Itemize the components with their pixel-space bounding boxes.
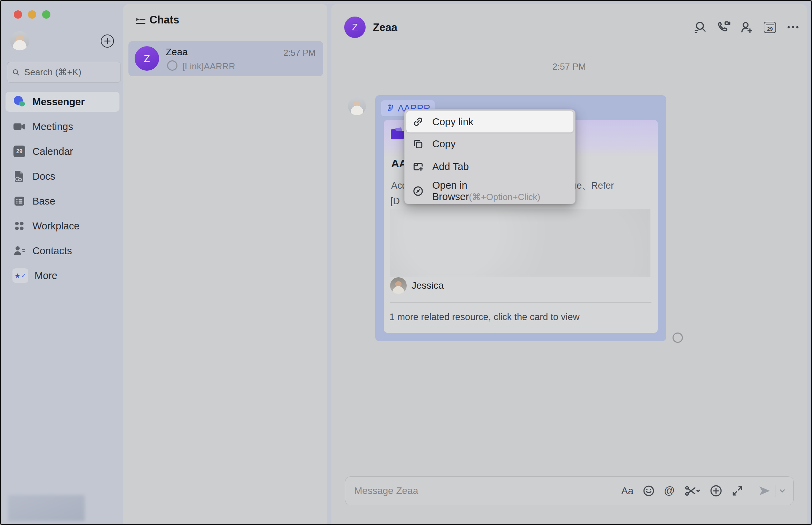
context-menu: Copy link Copy Add Tab Open in Browser(⌘… xyxy=(404,109,576,204)
menu-item-add-tab[interactable]: Add Tab xyxy=(405,155,575,178)
workplace-dots-icon xyxy=(12,219,26,233)
sidebar-item-contacts[interactable]: Contacts xyxy=(6,241,119,261)
emoji-icon[interactable] xyxy=(642,484,655,497)
messenger-icon xyxy=(12,95,26,109)
screenshot-icon[interactable] xyxy=(684,484,701,497)
search-icon xyxy=(12,68,20,77)
author-name: Jessica xyxy=(412,280,444,291)
sidebar-item-workplace[interactable]: Workplace xyxy=(6,216,119,236)
minimize-window-button[interactable] xyxy=(28,10,36,19)
chat-preview: [Link]AARRR xyxy=(182,61,235,72)
read-receipt-icon xyxy=(673,333,683,343)
blurred-label xyxy=(8,495,85,521)
video-call-icon[interactable] xyxy=(717,20,731,34)
card-footer: 1 more related resource, click the card … xyxy=(389,312,580,323)
more-options-icon[interactable] xyxy=(786,20,800,34)
sidebar-item-more[interactable]: ★ ✓ More xyxy=(6,266,119,286)
text-format-icon[interactable]: Aa xyxy=(621,485,634,497)
sidebar-item-label: Contacts xyxy=(32,245,72,257)
chat-list-item[interactable]: Z Zeaa 2:57 PM [Link]AARRR xyxy=(128,41,323,76)
menu-item-text: Open in Browser(⌘+Option+Click) xyxy=(432,180,568,202)
chat-name: Zeaa xyxy=(166,47,188,58)
wiki-pages-icon xyxy=(385,103,395,113)
app-window: Messenger Meetings 29 Calendar Docs Base xyxy=(0,0,812,525)
search-messages-icon[interactable] xyxy=(694,20,707,34)
send-group xyxy=(758,484,785,497)
conversation-panel: Z Zeaa 29 2:57 PM AA xyxy=(331,4,807,524)
add-member-icon[interactable] xyxy=(740,20,754,34)
expand-icon[interactable] xyxy=(731,485,744,497)
sidebar-item-label: Messenger xyxy=(32,96,85,108)
close-window-button[interactable] xyxy=(14,10,22,19)
menu-shortcut: (⌘+Option+Click) xyxy=(469,192,540,202)
header-divider xyxy=(331,49,807,49)
sidebar-item-calendar[interactable]: 29 Calendar xyxy=(6,141,119,161)
conversation-toolbar: 29 xyxy=(694,17,800,38)
message-timestamp: 2:57 PM xyxy=(331,61,807,72)
sender-avatar[interactable] xyxy=(348,97,366,115)
base-grid-icon xyxy=(12,194,26,208)
add-tab-icon xyxy=(412,161,424,172)
maximize-window-button[interactable] xyxy=(42,10,50,19)
sidebar-item-label: Calendar xyxy=(32,146,73,157)
sidebar-item-label: More xyxy=(35,270,57,281)
plus-icon xyxy=(104,37,111,45)
menu-item-open-in-browser[interactable]: Open in Browser(⌘+Option+Click) xyxy=(405,180,575,202)
chat-list-panel: Chats Z Zeaa 2:57 PM [Link]AARRR xyxy=(123,4,327,524)
message-composer: Aa @ xyxy=(345,476,794,505)
send-icon[interactable] xyxy=(758,484,771,497)
menu-item-copy-link[interactable]: Copy link xyxy=(406,111,573,132)
chat-list-title: Chats xyxy=(149,14,179,26)
more-apps-icon: ★ ✓ xyxy=(12,268,28,283)
copy-icon xyxy=(412,138,424,150)
send-options-chevron-icon[interactable] xyxy=(780,489,785,493)
search-input[interactable] xyxy=(7,62,121,83)
sidebar-item-base[interactable]: Base xyxy=(6,191,119,211)
chat-filter-icon[interactable] xyxy=(135,16,146,28)
compass-icon xyxy=(412,185,424,197)
message-input[interactable] xyxy=(354,477,602,505)
link-icon xyxy=(412,116,424,128)
read-status-icon xyxy=(167,60,177,71)
composer-divider xyxy=(775,485,776,497)
card-image-placeholder xyxy=(390,209,650,277)
card-snippet: [D xyxy=(390,196,400,207)
calendar-icon[interactable]: 29 xyxy=(763,20,777,34)
menu-separator xyxy=(405,179,575,179)
calendar-icon: 29 xyxy=(12,145,26,158)
add-button[interactable] xyxy=(101,34,114,48)
check-icon: ✓ xyxy=(21,272,26,279)
sidebar-item-label: Meetings xyxy=(32,121,73,132)
star-icon: ★ xyxy=(14,272,20,280)
sidebar-item-label: Base xyxy=(32,196,55,207)
card-divider xyxy=(390,302,651,303)
mention-icon[interactable]: @ xyxy=(664,485,675,497)
chat-time: 2:57 PM xyxy=(283,48,316,58)
attach-plus-icon[interactable] xyxy=(709,484,723,497)
composer-toolbar: Aa @ xyxy=(621,477,785,505)
conversation-avatar[interactable]: Z xyxy=(344,17,366,38)
contacts-person-icon xyxy=(12,244,26,258)
sidebar-item-meetings[interactable]: Meetings xyxy=(6,117,119,137)
conversation-title: Zeaa xyxy=(373,21,397,34)
sidebar-item-docs[interactable]: Docs xyxy=(6,166,119,186)
docs-icon xyxy=(12,169,26,183)
sidebar-item-label: Docs xyxy=(32,171,55,182)
chat-avatar: Z xyxy=(135,46,159,71)
wiki-folder-icon xyxy=(389,126,406,143)
menu-item-copy[interactable]: Copy xyxy=(405,132,575,155)
user-avatar[interactable] xyxy=(10,31,29,50)
video-camera-icon xyxy=(12,120,26,133)
author-avatar xyxy=(390,277,407,294)
sidebar-item-label: Workplace xyxy=(32,220,79,232)
sidebar-item-messenger[interactable]: Messenger xyxy=(6,92,119,112)
